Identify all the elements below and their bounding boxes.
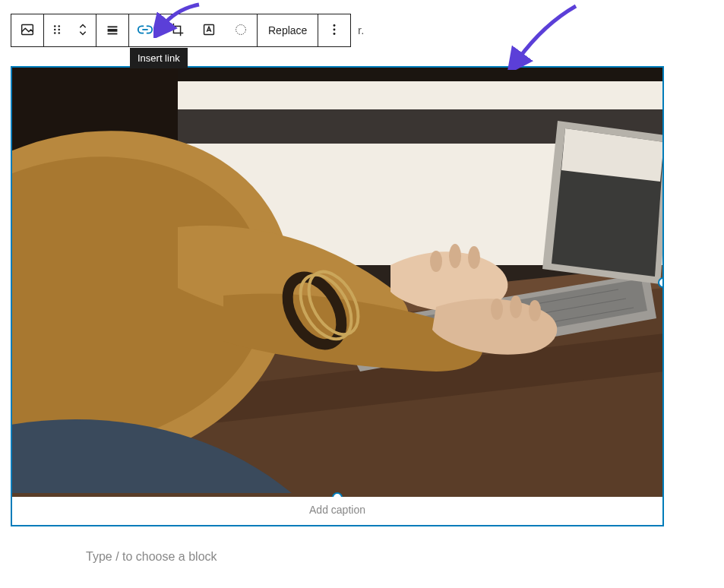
crop-icon [169,21,185,40]
svg-rect-8 [108,29,118,32]
empty-block-prompt[interactable]: Type / to choose a block [86,550,217,564]
toolbar-group-align [96,14,129,46]
toolbar-group-more [318,14,350,46]
insert-link-tooltip: Insert link [130,48,188,68]
svg-point-2 [58,25,60,27]
more-options-icon [326,21,343,40]
image-content[interactable] [12,68,662,497]
svg-point-35 [430,251,442,272]
image-caption-input[interactable]: Add caption [12,497,662,525]
svg-point-36 [449,244,461,268]
text-overlay-icon [201,21,217,40]
svg-point-38 [491,299,503,320]
align-button[interactable] [96,14,128,46]
block-type-image-button[interactable] [11,14,43,46]
background-text-fragment: r. [358,24,364,36]
replace-button[interactable]: Replace [258,14,318,46]
svg-point-6 [58,32,60,34]
svg-rect-9 [108,33,118,34]
toolbar-group-inline [129,14,258,46]
svg-point-40 [529,300,541,321]
align-icon [104,21,121,40]
svg-rect-18 [170,68,662,81]
duotone-icon [232,21,249,40]
crop-button[interactable] [161,14,193,46]
drag-icon [49,21,65,40]
move-up-down-button[interactable] [70,14,96,46]
svg-point-14 [334,28,336,30]
svg-point-3 [54,28,56,30]
svg-point-1 [54,25,56,27]
toolbar-group-move [44,14,96,46]
svg-point-13 [334,24,336,27]
svg-point-15 [334,33,336,35]
duotone-button[interactable] [225,14,257,46]
toolbar-group-block [11,14,44,46]
link-icon [137,21,153,40]
svg-point-4 [58,28,60,30]
move-up-down-icon [74,21,91,40]
drag-handle-button[interactable] [44,14,70,46]
insert-link-button[interactable] [129,14,161,46]
svg-point-39 [510,296,522,318]
toolbar-group-replace: Replace [258,14,318,46]
svg-point-5 [54,32,56,34]
svg-rect-7 [108,26,118,27]
svg-point-37 [468,246,480,269]
text-overlay-button[interactable] [193,14,225,46]
annotation-arrow-right [507,2,583,70]
image-icon [19,21,36,40]
image-block[interactable]: Add caption [11,66,664,526]
svg-point-12 [236,24,246,34]
block-toolbar: Replace [11,14,351,47]
more-options-button[interactable] [318,14,350,46]
image-illustration [12,68,662,497]
